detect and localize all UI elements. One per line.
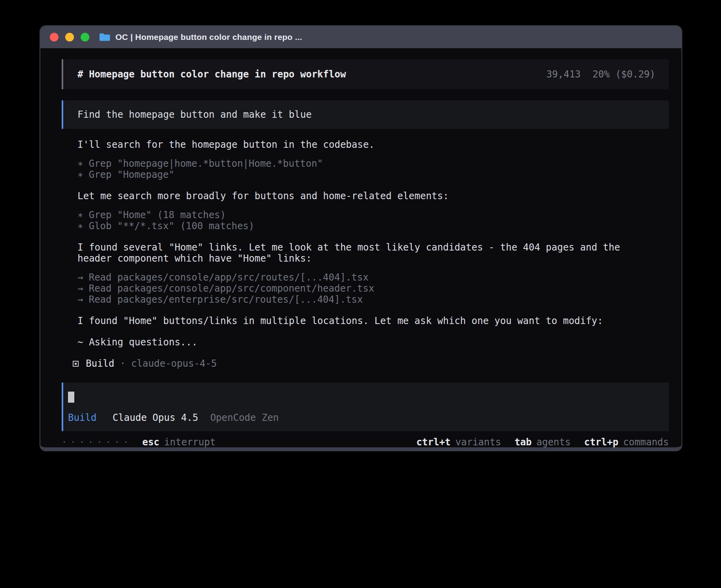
read-call: → Read packages/console/app/src/routes/[… [77,272,669,283]
folder-icon [99,32,111,42]
agents-label: agents [536,437,571,447]
prompt-input[interactable]: Build Claude Opus 4.5 OpenCode Zen [62,383,669,431]
status-bar-left: ········ esc interrupt [62,437,215,447]
dot-separator-icon: · [120,358,125,369]
window-title: OC | Homepage button color change in rep… [115,32,302,42]
tool-call-group-2: ∗ Grep "Home" (18 matches) ∗ Glob "**/*.… [77,209,669,232]
input-agent-selector[interactable]: Build [68,412,96,423]
variants-label: variants [455,437,501,447]
tool-bullet-icon: ∗ [77,220,83,232]
assistant-intro-text: I'll search for the homepage button in t… [77,139,649,150]
tool-call-text: Grep "homepage|home.*button|Home.*button… [89,158,323,169]
session-header: # Homepage button color change in repo w… [62,59,669,89]
tool-call: ∗ Grep "Homepage" [77,169,669,180]
tool-call: ∗ Glob "**/*.tsx" (100 matches) [77,220,669,232]
tool-bullet-icon: ∗ [77,169,83,180]
minimize-button[interactable] [65,33,74,41]
tool-bullet-icon: ∗ [77,209,83,220]
session-stats: 39,413 20% ($0.29) [546,69,655,80]
commands-hint: ctrl+p commands [584,437,669,447]
tool-call-text: Glob "**/*.tsx" (100 matches) [89,220,254,232]
agent-name: Build [86,358,114,369]
terminal-content: # Homepage button color change in repo w… [40,48,681,447]
context-usage: 20% ($0.29) [593,69,655,80]
status-bar-right: ctrl+t variants tab agents ctrl+p comman… [403,437,669,447]
input-meta-row: Build Claude Opus 4.5 OpenCode Zen [68,412,659,423]
agents-key: tab [515,437,532,447]
zoom-button[interactable] [81,33,89,41]
token-count: 39,413 [546,69,581,80]
assistant-ask-text: I found "Home" buttons/links in multiple… [77,315,649,326]
variants-key: ctrl+t [416,437,451,447]
close-button[interactable] [50,33,59,41]
read-arrow-icon: → [77,294,83,305]
assistant-candidates-text: I found several "Home" links. Let me loo… [77,242,649,264]
read-call-group: → Read packages/console/app/src/routes/[… [77,272,669,305]
spinner-dots-icon: ········ [62,437,132,447]
commands-label: commands [623,437,669,447]
read-call-text: Read packages/console/app/src/routes/[..… [89,272,368,283]
user-message-text: Find the homepage button and make it blu… [77,109,311,120]
asking-questions-status: ~ Asking questions... [77,337,649,348]
agent-status-line: Build · claude-opus-4-5 [73,358,669,369]
user-message: Find the homepage button and make it blu… [62,100,669,129]
window-controls [50,33,89,41]
tool-call-text: Grep "Home" (18 matches) [89,209,226,220]
agents-hint: tab agents [515,437,571,447]
read-call-text: Read packages/enterprise/src/routes/[...… [89,294,363,305]
text-cursor [68,392,74,403]
tool-bullet-icon: ∗ [77,158,83,169]
input-provider-label: OpenCode Zen [210,412,279,423]
commands-key: ctrl+p [584,437,619,447]
tool-call-text: Grep "Homepage" [89,169,174,180]
read-call: → Read packages/console/app/src/componen… [77,283,669,294]
tool-call: ∗ Grep "Home" (18 matches) [77,209,669,220]
read-call-text: Read packages/console/app/src/component/… [89,283,374,294]
read-arrow-icon: → [77,272,83,283]
agent-model: claude-opus-4-5 [131,358,217,369]
read-arrow-icon: → [77,283,83,294]
input-model-selector[interactable]: Claude Opus 4.5 [113,412,198,423]
esc-key-label: interrupt [164,437,215,447]
terminal-window: OC | Homepage button color change in rep… [40,25,682,451]
tool-call-group-1: ∗ Grep "homepage|home.*button|Home.*butt… [77,158,669,180]
read-call: → Read packages/enterprise/src/routes/[.… [77,294,669,305]
assistant-broaden-text: Let me search more broadly for buttons a… [77,190,649,202]
variants-hint: ctrl+t variants [416,437,501,447]
window-titlebar: OC | Homepage button color change in rep… [40,26,681,48]
esc-key-hint: esc [142,437,159,447]
session-title: # Homepage button color change in repo w… [77,69,346,80]
agent-badge-icon [73,361,79,367]
status-bar: ········ esc interrupt ctrl+t variants t… [62,431,669,447]
tool-call: ∗ Grep "homepage|home.*button|Home.*butt… [77,158,669,169]
